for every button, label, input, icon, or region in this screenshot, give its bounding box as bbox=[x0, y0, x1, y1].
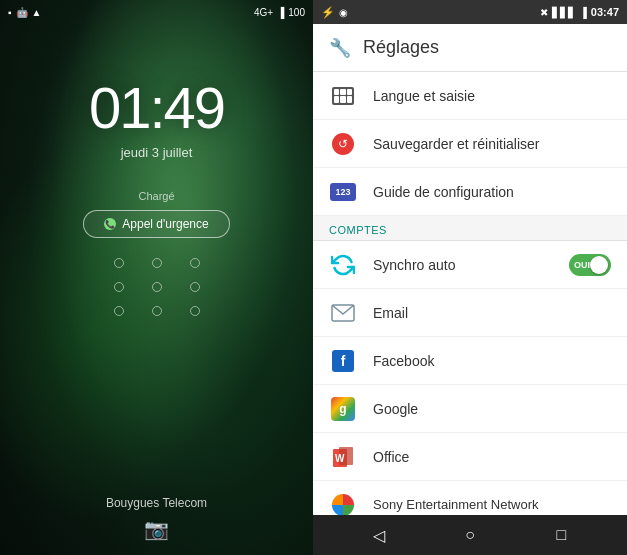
settings-status-icons: ⚡ ◉ bbox=[321, 6, 348, 19]
status-time: 03:47 bbox=[591, 6, 619, 18]
sim-icon: ▪ bbox=[8, 7, 12, 18]
nav-bar: ◁ ○ □ bbox=[313, 515, 627, 555]
phone-icon: 📞 bbox=[104, 218, 116, 230]
signal-text: 4G+ bbox=[254, 7, 273, 18]
email-label: Email bbox=[373, 305, 611, 321]
lock-status-left: ▪ 🤖 ▲ bbox=[8, 7, 41, 18]
facebook-icon: f bbox=[329, 347, 357, 375]
google-label: Google bbox=[373, 401, 611, 417]
settings-status-bar: ⚡ ◉ ✖ ▋▋▋ ▐ 03:47 bbox=[313, 0, 627, 24]
sauvegarder-label: Sauvegarder et réinitialiser bbox=[373, 136, 611, 152]
office-label: Office bbox=[373, 449, 611, 465]
home-button[interactable]: ○ bbox=[450, 515, 490, 555]
wifi-icon: ▲ bbox=[32, 7, 42, 18]
lock-dots-row-2 bbox=[114, 282, 200, 292]
android-status-icon: ◉ bbox=[339, 7, 348, 18]
toggle-knob bbox=[590, 256, 608, 274]
lock-dots-row-3 bbox=[114, 306, 200, 316]
carrier-text: Bouygues Telecom bbox=[106, 496, 207, 510]
settings-list: Langue et saisie ↺ Sauvegarder et réinit… bbox=[313, 72, 627, 515]
sony-icon bbox=[329, 491, 357, 516]
android-icon: 🤖 bbox=[16, 7, 28, 18]
facebook-label: Facebook bbox=[373, 353, 611, 369]
lock-dots-row-1 bbox=[114, 258, 200, 268]
camera-icon[interactable]: 📷 bbox=[144, 517, 169, 541]
lock-dot bbox=[114, 258, 124, 268]
sync-icon bbox=[329, 251, 357, 279]
lock-dot bbox=[114, 306, 124, 316]
settings-item-synchro[interactable]: Synchro auto OUI bbox=[313, 241, 627, 289]
lock-dot bbox=[190, 258, 200, 268]
keyboard-grid-icon bbox=[332, 87, 354, 105]
comptes-section-header: COMPTES bbox=[313, 216, 627, 241]
recent-apps-button[interactable]: □ bbox=[541, 515, 581, 555]
bluetooth-icon: ✖ bbox=[540, 7, 548, 18]
lock-time: 01:49 bbox=[89, 74, 224, 141]
guide-label: Guide de configuration bbox=[373, 184, 611, 200]
facebook-badge-icon: f bbox=[332, 350, 354, 372]
usb-icon: ⚡ bbox=[321, 6, 335, 19]
google-icon: g bbox=[329, 395, 357, 423]
lock-screen: ▪ 🤖 ▲ 4G+ ▐ 100 01:49 jeudi 3 juillet Ch… bbox=[0, 0, 313, 555]
settings-panel: ⚡ ◉ ✖ ▋▋▋ ▐ 03:47 🔧 Réglages Langue et s… bbox=[313, 0, 627, 555]
battery-status-icon: ▐ bbox=[580, 7, 587, 18]
settings-header: 🔧 Réglages bbox=[313, 24, 627, 72]
signal-bars-icon: ▋▋▋ bbox=[552, 7, 576, 18]
settings-title: Réglages bbox=[363, 37, 439, 58]
settings-wrench-icon: 🔧 bbox=[329, 37, 351, 59]
lock-status-bar: ▪ 🤖 ▲ 4G+ ▐ 100 bbox=[0, 0, 313, 24]
settings-item-office[interactable]: W Office bbox=[313, 433, 627, 481]
reset-icon: ↺ bbox=[329, 130, 357, 158]
battery-level: 100 bbox=[288, 7, 305, 18]
settings-item-langue[interactable]: Langue et saisie bbox=[313, 72, 627, 120]
lock-dot bbox=[152, 306, 162, 316]
lock-date: jeudi 3 juillet bbox=[121, 145, 193, 160]
lock-dot bbox=[114, 282, 124, 292]
office-icon: W bbox=[329, 443, 357, 471]
guide-icon: 123 bbox=[329, 178, 357, 206]
charge-status: Chargé bbox=[138, 190, 174, 202]
sony-label: Sony Entertainment Network bbox=[373, 497, 611, 512]
settings-status-right: ✖ ▋▋▋ ▐ 03:47 bbox=[540, 6, 619, 18]
back-button[interactable]: ◁ bbox=[359, 515, 399, 555]
reset-circle-icon: ↺ bbox=[332, 133, 354, 155]
lock-dot bbox=[152, 258, 162, 268]
svg-text:W: W bbox=[335, 453, 345, 464]
email-icon bbox=[329, 299, 357, 327]
settings-item-google[interactable]: g Google bbox=[313, 385, 627, 433]
synchro-toggle[interactable]: OUI bbox=[569, 254, 611, 276]
lock-status-right: 4G+ ▐ 100 bbox=[254, 7, 305, 18]
toggle-oui-label: OUI bbox=[574, 260, 590, 270]
synchro-label: Synchro auto bbox=[373, 257, 553, 273]
settings-item-email[interactable]: Email bbox=[313, 289, 627, 337]
123-badge-icon: 123 bbox=[330, 183, 356, 201]
lock-dot bbox=[190, 306, 200, 316]
emergency-button[interactable]: 📞 Appel d'urgence bbox=[83, 210, 229, 238]
keyboard-icon bbox=[329, 82, 357, 110]
lock-dot bbox=[152, 282, 162, 292]
lock-dot bbox=[190, 282, 200, 292]
emergency-label: Appel d'urgence bbox=[122, 217, 208, 231]
langue-label: Langue et saisie bbox=[373, 88, 611, 104]
settings-item-guide[interactable]: 123 Guide de configuration bbox=[313, 168, 627, 216]
settings-item-sony[interactable]: Sony Entertainment Network bbox=[313, 481, 627, 515]
battery-icon: ▐ bbox=[277, 7, 284, 18]
settings-item-facebook[interactable]: f Facebook bbox=[313, 337, 627, 385]
google-badge-icon: g bbox=[331, 397, 355, 421]
settings-item-sauvegarder[interactable]: ↺ Sauvegarder et réinitialiser bbox=[313, 120, 627, 168]
